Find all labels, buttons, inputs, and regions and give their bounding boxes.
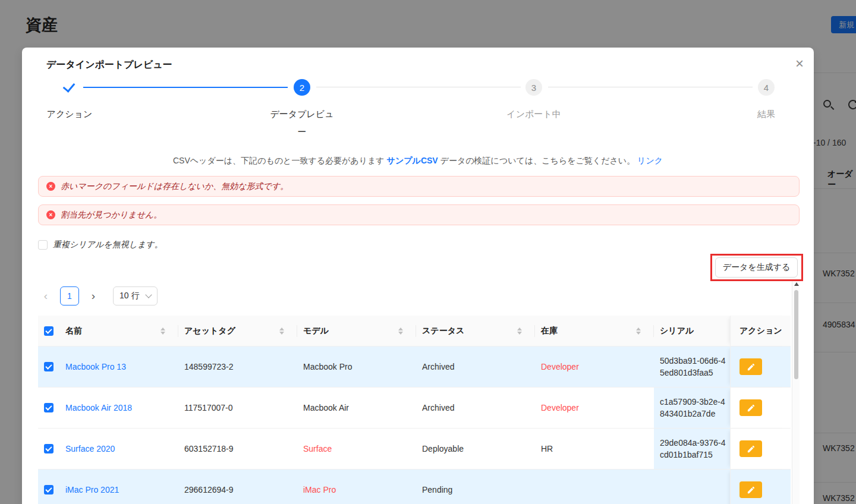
row-checkbox[interactable] [44, 403, 54, 412]
cell-status: Deployable [416, 429, 535, 469]
ignore-duplicates-label: 重複シリアルを無視します。 [53, 240, 163, 250]
cell-model: Macbook Pro [297, 346, 416, 387]
cell-stock: Developer [535, 388, 654, 428]
row-select-cell [38, 346, 59, 387]
cell-stock: HR [535, 429, 654, 469]
modal-title: データインポートプレビュー [46, 59, 172, 71]
cell-action [730, 388, 791, 428]
cell-model: Surface [297, 429, 416, 469]
column-header-asset-tag[interactable]: アセットタグ [178, 316, 297, 346]
page-root: 資産 新規 -10 / 160 オーダー WK7352 4905834 WK73… [0, 0, 856, 504]
page-size-select[interactable]: 10 行 [113, 286, 158, 305]
column-header-action: アクション [730, 316, 791, 346]
serial-line: 50d3ba91-06d6-4 [660, 355, 726, 367]
error-alert: × 割当先が見つかりません。 [38, 204, 800, 225]
cell-model: iMac Pro [297, 470, 416, 504]
error-circle-icon: × [46, 182, 55, 191]
cell-stock [535, 470, 654, 504]
serial-line: 29de084a-9376-4 [660, 437, 726, 449]
cell-serial: 29de084a-9376-4 cd01b1baf715 [654, 429, 730, 469]
column-header-serial: シリアル [654, 316, 730, 346]
step-label-data-preview: データプレビュー [269, 105, 335, 141]
page-size-value: 10 行 [119, 291, 139, 301]
step-label-result: 結果 [742, 105, 790, 123]
scroll-up-icon[interactable] [794, 282, 799, 286]
column-header-model[interactable]: モデル [297, 316, 416, 346]
step-label-importing: インポート中 [498, 105, 569, 123]
error-circle-icon: × [46, 210, 55, 219]
cell-serial [654, 470, 730, 504]
annotation-highlight-rectangle [710, 254, 803, 281]
serial-line: 5ed801d3faa5 [660, 367, 713, 379]
alert-message: 割当先が見つかりません。 [61, 210, 162, 220]
column-header-label: 在庫 [541, 326, 558, 336]
table-row: iMac Pro 2021 296612694-9 iMac Pro Pendi… [38, 470, 791, 504]
cell-asset-tag: 148599723-2 [178, 346, 297, 387]
cell-asset-tag: 603152718-9 [178, 429, 297, 469]
ignore-duplicates-checkbox[interactable] [38, 240, 48, 250]
step-3-circle: 3 [525, 79, 542, 96]
asset-name-link[interactable]: Macbook Pro 13 [65, 362, 126, 371]
preview-table: 名前 アセットタグ モデル ステータス [38, 316, 791, 504]
column-header-label: モデル [303, 326, 329, 336]
validation-link[interactable]: リンク [637, 156, 663, 165]
serial-line: cd01b1baf715 [660, 449, 713, 461]
chevron-down-icon [145, 291, 152, 298]
column-header-label: アセットタグ [184, 326, 235, 336]
row-select-cell [38, 388, 59, 428]
sorter-icon [636, 327, 641, 335]
cell-action [730, 346, 791, 387]
step-2-number: 2 [300, 83, 304, 93]
row-checkbox[interactable] [44, 362, 54, 371]
select-all-cell [38, 316, 59, 346]
step-4-circle: 4 [758, 79, 775, 96]
edit-button[interactable] [739, 399, 762, 416]
step-2-circle: 2 [294, 79, 310, 96]
step-connector [548, 87, 753, 87]
step-4-number: 4 [764, 83, 769, 93]
cell-status: Pending [416, 470, 535, 504]
edit-button[interactable] [739, 440, 762, 457]
cell-serial: 50d3ba91-06d6-4 5ed801d3faa5 [654, 346, 730, 387]
edit-button[interactable] [739, 481, 762, 498]
edit-button[interactable] [739, 358, 762, 375]
select-all-checkbox[interactable] [44, 326, 54, 336]
asset-name-link[interactable]: Surface 2020 [65, 444, 115, 453]
row-checkbox[interactable] [44, 485, 54, 494]
serial-line: 843401b2a7de [660, 408, 715, 420]
pagination-prev-icon[interactable]: ‹ [39, 286, 53, 305]
sorter-icon [160, 327, 165, 335]
cell-status: Archived [416, 388, 535, 428]
column-header-name[interactable]: 名前 [59, 316, 178, 346]
table-row: Macbook Air 2018 117517007-0 Macbook Air… [38, 388, 791, 429]
close-icon[interactable]: × [790, 54, 809, 73]
row-select-cell [38, 429, 59, 469]
column-header-label: ステータス [422, 326, 464, 336]
pencil-icon [747, 404, 756, 412]
column-header-status[interactable]: ステータス [416, 316, 535, 346]
cell-model: Macbook Air [297, 388, 416, 428]
pagination-page-1[interactable]: 1 [60, 286, 79, 305]
scrollbar-thumb[interactable] [794, 290, 798, 379]
step-label-action: アクション [22, 105, 117, 123]
sorter-icon [517, 327, 522, 335]
table-row: Surface 2020 603152718-9 Surface Deploya… [38, 429, 791, 470]
table-header-row: 名前 アセットタグ モデル ステータス [38, 316, 791, 346]
asset-name-link[interactable]: iMac Pro 2021 [65, 485, 119, 494]
pencil-icon [747, 445, 756, 453]
cell-action [730, 470, 791, 504]
sample-csv-link[interactable]: サンプルCSV [387, 156, 438, 165]
pencil-icon [747, 363, 756, 371]
asset-name-link[interactable]: Macbook Air 2018 [65, 403, 132, 412]
row-checkbox[interactable] [44, 444, 54, 453]
pagination-next-icon[interactable]: › [86, 286, 100, 305]
cell-name: Macbook Pro 13 [59, 346, 178, 387]
row-select-cell [38, 470, 59, 504]
csv-instruction: CSVヘッダーは、下記のものと一致する必要があります サンプルCSV データの検… [22, 156, 814, 166]
error-alert: × 赤いマークのフィールドは存在しないか、無効な形式です。 [38, 176, 800, 197]
cell-action [730, 429, 791, 469]
instruction-text: データの検証については、こちらをご覧ください。 [440, 156, 637, 165]
vertical-scrollbar[interactable] [792, 279, 800, 504]
cell-asset-tag: 117517007-0 [178, 388, 297, 428]
column-header-stock[interactable]: 在庫 [535, 316, 654, 346]
